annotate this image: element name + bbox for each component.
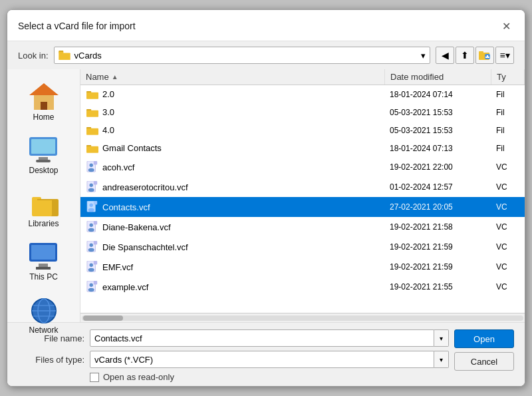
back-button[interactable]: ◀ — [436, 47, 454, 64]
cell-name: 3.0 — [81, 106, 384, 118]
file-list[interactable]: 2.0 18-01-2024 07:14 Fil 3.0 05-03-2021 … — [80, 85, 525, 313]
svg-point-34 — [90, 224, 93, 227]
folder-icon — [86, 89, 98, 99]
bottom-area: File name: ▾ Files of type: ▾ Open Canc — [7, 322, 525, 386]
svg-point-43 — [88, 268, 94, 272]
sidebar-item-desktop[interactable]: Desktop — [7, 128, 80, 181]
cell-name: Gmail Contacts — [81, 142, 384, 154]
lookin-label: Look in: — [18, 51, 49, 61]
vcf-icon — [86, 261, 98, 273]
svg-point-23 — [88, 168, 94, 172]
cell-name: andreaserotocritou.vcf — [81, 180, 384, 194]
title-bar: Select a vCard file for import ✕ — [7, 10, 525, 41]
cell-date: 27-02-2021 20:05 — [384, 201, 491, 213]
sidebar-item-libraries[interactable]: Libraries — [7, 181, 80, 234]
cell-date: 01-02-2024 12:57 — [384, 181, 491, 193]
table-row[interactable]: EMF.vcf 19-02-2021 21:59 VC — [80, 257, 525, 277]
cell-date: 05-03-2021 15:53 — [384, 106, 491, 118]
svg-point-26 — [90, 184, 93, 187]
up-button[interactable]: ⬆ — [456, 47, 474, 64]
table-row[interactable]: Diane-Bakena.vcf 19-02-2021 21:58 VC — [80, 217, 525, 237]
folder-icon — [86, 125, 98, 135]
sidebar-item-this-pc[interactable]: This PC — [7, 234, 80, 288]
cell-name: Contacts.vcf — [81, 200, 384, 214]
desktop-icon — [28, 135, 60, 164]
horizontal-scrollbar[interactable] — [80, 313, 525, 322]
view-button[interactable]: ≡▾ — [495, 47, 514, 64]
folder-icon — [59, 51, 70, 60]
sidebar-label-libraries: Libraries — [28, 219, 59, 228]
svg-rect-36 — [94, 221, 97, 224]
col-header-name[interactable]: Name ▲ — [80, 69, 385, 85]
cell-date: 19-02-2021 21:55 — [384, 281, 491, 293]
svg-rect-0 — [59, 53, 70, 61]
filename-dropdown-btn[interactable]: ▾ — [434, 329, 449, 347]
vcf-icon — [86, 201, 98, 213]
cell-date: 19-02-2021 21:58 — [384, 221, 491, 233]
dialog-title: Select a vCard file for import — [18, 21, 136, 31]
svg-rect-40 — [94, 241, 97, 244]
svg-point-31 — [88, 208, 94, 212]
file-list-header: Name ▲ Date modified Ty — [80, 69, 525, 85]
readonly-row: Open as read-only — [18, 372, 514, 382]
sidebar-item-home[interactable]: Home — [7, 75, 80, 128]
close-button[interactable]: ✕ — [498, 18, 514, 34]
filename-input[interactable] — [90, 329, 434, 347]
cell-name: 4.0 — [81, 124, 384, 136]
svg-rect-24 — [94, 161, 97, 164]
svg-rect-16 — [86, 110, 98, 117]
table-row[interactable]: example.vcf 19-02-2021 21:55 VC — [80, 277, 525, 297]
svg-point-42 — [90, 264, 93, 267]
main-area: Home Desktop — [7, 69, 525, 322]
filename-row: File name: ▾ — [18, 329, 449, 347]
readonly-label: Open as read-only — [103, 372, 174, 382]
table-row[interactable]: 4.0 05-03-2021 15:53 Fil — [80, 121, 525, 139]
cell-name: 2.0 — [81, 88, 384, 100]
cell-date: 19-02-2021 22:00 — [384, 161, 491, 173]
table-row[interactable]: andreaserotocritou.vcf 01-02-2024 12:57 … — [80, 177, 525, 197]
home-icon — [28, 82, 60, 111]
table-row[interactable]: acoh.vcf 19-02-2021 22:00 VC — [80, 157, 525, 177]
svg-rect-28 — [94, 181, 97, 184]
col-header-type[interactable]: Ty — [491, 69, 525, 85]
file-list-area: Name ▲ Date modified Ty 2.0 18-01-2024 0… — [80, 69, 525, 322]
filename-label: File name: — [18, 333, 84, 343]
svg-rect-48 — [94, 281, 97, 284]
table-row[interactable]: 3.0 05-03-2021 15:53 Fil — [80, 103, 525, 121]
svg-point-30 — [90, 204, 93, 207]
readonly-checkbox[interactable] — [90, 373, 99, 382]
dialog: Select a vCard file for import ✕ Look in… — [7, 9, 525, 387]
vcf-icon — [86, 221, 98, 233]
cell-type: Fil — [491, 89, 524, 100]
lookin-select[interactable]: vCards ▾ — [54, 47, 430, 64]
sidebar-label-this-pc: This PC — [29, 272, 58, 282]
new-folder-button[interactable] — [475, 47, 494, 64]
table-row[interactable]: Gmail Contacts 18-01-2024 07:13 Fil — [80, 139, 525, 157]
open-button[interactable]: Open — [454, 329, 514, 348]
svg-point-35 — [88, 228, 94, 232]
cell-type: VC — [491, 201, 524, 213]
cell-name: EMF.vcf — [81, 260, 384, 274]
table-row[interactable]: Contacts.vcf 27-02-2021 20:05 VC — [80, 197, 525, 217]
svg-point-46 — [90, 284, 93, 287]
cell-type: VC — [491, 221, 524, 233]
lookin-dropdown-arrow: ▾ — [421, 51, 426, 61]
table-row[interactable]: 2.0 18-01-2024 07:14 Fil — [80, 85, 525, 103]
svg-rect-44 — [94, 261, 97, 264]
svg-rect-20 — [86, 146, 98, 153]
table-row[interactable]: Die Spanschachtel.vcf 19-02-2021 21:59 V… — [80, 237, 525, 257]
libraries-icon — [28, 188, 60, 218]
cell-date: 18-01-2024 07:14 — [384, 89, 491, 100]
svg-point-39 — [88, 248, 94, 252]
cell-type: VC — [491, 161, 524, 173]
col-header-date[interactable]: Date modified — [385, 69, 491, 85]
pc-icon — [28, 242, 60, 271]
cell-type: VC — [491, 181, 524, 193]
cancel-button[interactable]: Cancel — [454, 352, 514, 371]
filetype-input[interactable] — [90, 351, 434, 368]
cell-name: example.vcf — [81, 280, 384, 294]
cell-type: VC — [491, 241, 524, 253]
cell-name: acoh.vcf — [81, 160, 384, 174]
sidebar-label-home: Home — [33, 112, 54, 122]
filetype-dropdown-btn[interactable]: ▾ — [434, 351, 449, 368]
